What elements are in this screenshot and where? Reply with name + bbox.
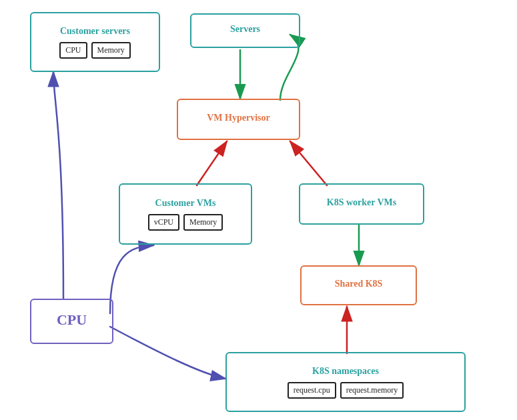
shared-k8s-label: Shared K8S (335, 279, 383, 289)
servers-label: Servers (230, 24, 260, 35)
k8s-worker-vms-label: K8S worker VMs (327, 197, 396, 208)
vm-hypervisor-label: VM Hypervisor (207, 113, 270, 123)
k8s-worker-vms-box: K8S worker VMs (299, 183, 424, 225)
diagram: Customer servers CPU Memory Servers VM H… (0, 0, 517, 420)
k8s-namespaces-components: request.cpu request.memory (288, 382, 404, 399)
customer-vms-label: Customer VMs (155, 198, 216, 209)
memory-inner-box: Memory (91, 42, 131, 59)
memory-vm-inner-box: Memory (183, 214, 223, 231)
vm-hypervisor-box: VM Hypervisor (177, 99, 300, 140)
cpu-label: CPU (57, 311, 87, 329)
shared-k8s-box: Shared K8S (300, 265, 417, 305)
cpu-inner-box: CPU (59, 42, 87, 59)
customer-vms-box: Customer VMs vCPU Memory (119, 183, 252, 245)
cpu-box: CPU (30, 299, 113, 344)
k8s-namespaces-label: K8S namespaces (312, 366, 379, 377)
customer-vms-components: vCPU Memory (148, 214, 223, 231)
k8s-namespaces-box: K8S namespaces request.cpu request.memor… (225, 352, 466, 412)
customer-servers-label: Customer servers (60, 26, 130, 37)
customer-servers-box: Customer servers CPU Memory (30, 12, 160, 72)
customer-servers-components: CPU Memory (59, 42, 131, 59)
servers-box: Servers (190, 13, 300, 48)
request-cpu-inner-box: request.cpu (288, 382, 336, 399)
vcpu-inner-box: vCPU (148, 214, 179, 231)
request-memory-inner-box: request.memory (340, 382, 404, 399)
